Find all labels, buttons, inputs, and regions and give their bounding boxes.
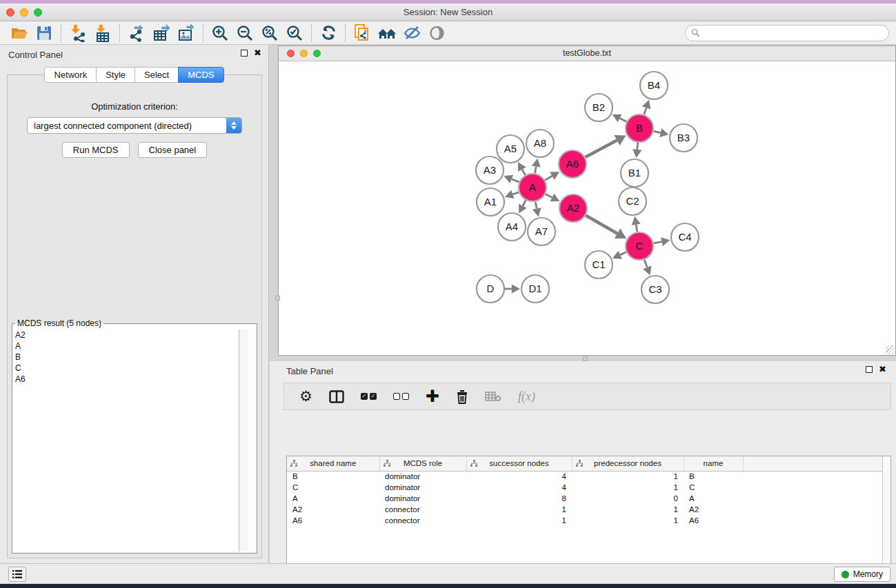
memory-button[interactable]: Memory <box>834 567 890 582</box>
result-scrollbar[interactable] <box>239 330 248 551</box>
delete-column-icon[interactable] <box>456 387 468 405</box>
graph-edge-A-A1[interactable] <box>512 192 519 194</box>
graph-node-A8[interactable]: A8 <box>526 130 554 157</box>
mcds-result-item[interactable]: B <box>15 352 257 363</box>
graph-node-A5[interactable]: A5 <box>497 135 524 163</box>
search-input[interactable] <box>685 25 889 41</box>
float-table-panel-icon[interactable] <box>866 366 873 373</box>
graph-node-A6[interactable]: A6 <box>559 150 586 178</box>
graph-edge-A-A2[interactable] <box>546 194 552 198</box>
graph-node-A7[interactable]: A7 <box>528 218 555 245</box>
graph-edge-C-C4[interactable] <box>654 242 662 243</box>
graph-edge-B-B2[interactable] <box>619 119 626 122</box>
graph-node-C2[interactable]: C2 <box>619 187 646 215</box>
graph-node-C3[interactable]: C3 <box>641 276 669 303</box>
export-table-icon[interactable] <box>149 23 174 43</box>
graph-edge-A-A7[interactable] <box>535 202 537 209</box>
graph-node-A1[interactable]: A1 <box>477 188 504 216</box>
graph-node-A3[interactable]: A3 <box>476 156 504 184</box>
graph-node-C4[interactable]: C4 <box>671 223 699 251</box>
graph-node-B1[interactable]: B1 <box>621 159 648 187</box>
graph-edge-A2-C[interactable] <box>586 215 617 233</box>
graph-node-B[interactable]: B <box>626 114 653 142</box>
export-image-icon[interactable] <box>174 23 199 43</box>
graph-edge-A-A5[interactable] <box>522 170 526 175</box>
graph-node-D1[interactable]: D1 <box>521 275 549 303</box>
column-header-shared-name[interactable]: shared name <box>287 456 379 471</box>
table-row[interactable]: A2connector11A2 <box>287 504 884 515</box>
mcds-result-item[interactable]: C <box>15 363 257 374</box>
tab-select[interactable]: Select <box>135 67 179 83</box>
zoom-out-icon[interactable] <box>232 23 257 43</box>
import-network-icon[interactable] <box>66 23 90 43</box>
node-table-grid[interactable]: shared nameMCDS rolesuccessor nodesprede… <box>287 456 884 526</box>
horizontal-splitter-handle[interactable] <box>583 356 588 361</box>
import-table-icon[interactable] <box>90 23 115 43</box>
tab-network[interactable]: Network <box>44 67 97 83</box>
zoom-in-icon[interactable] <box>208 23 232 43</box>
table-row[interactable]: Cdominator41C <box>287 482 884 493</box>
close-window-icon[interactable] <box>6 8 14 17</box>
minimize-window-icon[interactable] <box>20 8 28 17</box>
graph-edge-A-A4[interactable] <box>523 201 526 206</box>
save-icon[interactable] <box>32 23 57 43</box>
copy-network-icon[interactable] <box>350 23 375 43</box>
net-maximize-icon[interactable] <box>313 50 321 57</box>
zoom-selected-icon[interactable] <box>282 23 307 43</box>
graph-node-D[interactable]: D <box>477 275 504 303</box>
select-all-icon[interactable]: ✓✓ <box>361 387 377 405</box>
graph-node-A4[interactable]: A4 <box>498 213 526 241</box>
graph-edge-A6-B[interactable] <box>586 140 617 157</box>
column-header-predecessor-nodes[interactable]: predecessor nodes <box>572 456 684 471</box>
network-canvas[interactable]: AA1A2A3A4A5A6A7A8BB1B2B3B4CC1C2C3C4DD1 <box>279 61 895 355</box>
graph-node-B3[interactable]: B3 <box>670 124 697 152</box>
add-column-icon[interactable]: ✚ <box>426 387 439 405</box>
deselect-all-icon[interactable] <box>393 387 409 405</box>
zoom-fit-icon[interactable] <box>257 23 282 43</box>
task-history-button[interactable] <box>8 567 26 582</box>
net-close-icon[interactable] <box>287 50 295 57</box>
graph-edge-A-A8[interactable] <box>535 167 537 174</box>
graph-edge-B-B1[interactable] <box>637 143 638 150</box>
graph-edge-B-B3[interactable] <box>654 131 661 132</box>
settings-gear-icon[interactable]: ⚙ <box>299 387 312 405</box>
tab-style[interactable]: Style <box>96 67 135 83</box>
close-panel-button[interactable]: Close panel <box>138 142 208 158</box>
graph-node-B2[interactable]: B2 <box>585 94 613 121</box>
graph-node-B4[interactable]: B4 <box>640 72 668 99</box>
table-scrollbar[interactable] <box>882 456 890 563</box>
vertical-splitter-handle[interactable] <box>275 296 280 301</box>
column-header-successor-nodes[interactable]: successor nodes <box>466 456 572 471</box>
graph-edge-A-A3[interactable] <box>512 179 519 182</box>
tab-mcds[interactable]: MCDS <box>178 67 223 83</box>
graph-edge-B-B4[interactable] <box>644 108 646 114</box>
column-layout-icon[interactable] <box>329 387 344 405</box>
table-row[interactable]: A6connector11A6 <box>287 515 884 526</box>
graph-node-C[interactable]: C <box>626 232 653 260</box>
graph-node-C1[interactable]: C1 <box>585 251 613 278</box>
graph-node-A[interactable]: A <box>519 174 546 201</box>
hide-details-icon[interactable] <box>399 23 424 43</box>
graph-edge-C-C1[interactable] <box>620 252 626 255</box>
run-mcds-button[interactable]: Run MCDS <box>62 142 130 158</box>
graph-edge-C-C2[interactable] <box>636 225 637 232</box>
maximize-window-icon[interactable] <box>34 8 42 17</box>
float-panel-icon[interactable] <box>241 50 248 57</box>
table-row[interactable]: Adominator80A <box>287 493 884 504</box>
graph-node-A2[interactable]: A2 <box>559 194 587 222</box>
column-header-name[interactable]: name <box>684 456 743 471</box>
criterion-select[interactable]: largest connected component (directed) <box>27 117 242 134</box>
close-table-panel-icon[interactable]: ✖ <box>879 366 886 373</box>
export-network-icon[interactable] <box>124 23 149 43</box>
net-minimize-icon[interactable] <box>300 50 308 57</box>
close-panel-icon[interactable]: ✖ <box>254 50 261 57</box>
graph-edge-A-A6[interactable] <box>545 176 552 180</box>
refresh-icon[interactable] <box>316 23 341 43</box>
resize-grip-icon[interactable] <box>886 345 895 354</box>
mcds-result-item[interactable]: A2 <box>15 330 257 341</box>
mcds-result-item[interactable]: A <box>15 341 257 352</box>
table-row[interactable]: Bdominator41B <box>287 471 884 482</box>
houses-icon[interactable] <box>375 23 399 43</box>
folder-open-icon[interactable] <box>7 23 32 43</box>
mcds-result-item[interactable]: A6 <box>15 374 257 385</box>
